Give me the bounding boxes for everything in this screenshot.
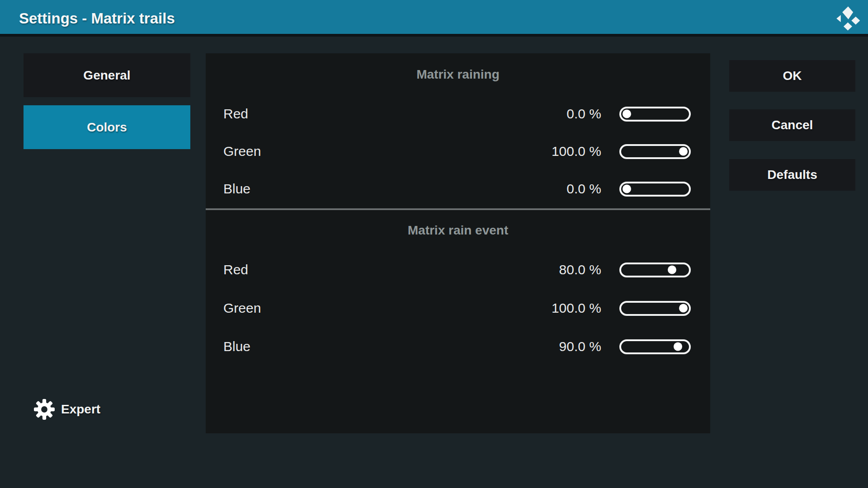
slider-knob[interactable] <box>679 147 688 156</box>
setting-value: 100.0 % <box>552 300 601 316</box>
ok-button[interactable]: OK <box>729 60 855 92</box>
setting-row-raining-green[interactable]: Green 100.0 % <box>206 142 710 160</box>
setting-row-event-red[interactable]: Red 80.0 % <box>206 261 710 279</box>
sidebar-item-general[interactable]: General <box>24 53 190 97</box>
green-slider[interactable] <box>619 301 691 316</box>
blue-slider[interactable] <box>619 182 691 197</box>
section-divider <box>206 208 710 210</box>
defaults-button[interactable]: Defaults <box>729 159 855 191</box>
setting-value: 100.0 % <box>552 144 601 159</box>
slider-knob[interactable] <box>623 110 631 118</box>
slider-knob[interactable] <box>674 343 682 351</box>
settings-panel: Matrix raining Red 0.0 % Green 100.0 % B… <box>206 53 710 433</box>
setting-row-event-green[interactable]: Green 100.0 % <box>206 299 710 317</box>
button-label: Defaults <box>767 168 817 182</box>
setting-value: 0.0 % <box>566 106 601 122</box>
settings-level-toggle[interactable]: Expert <box>34 399 100 420</box>
setting-value: 90.0 % <box>559 339 601 354</box>
setting-row-event-blue[interactable]: Blue 90.0 % <box>206 338 710 356</box>
setting-label: Green <box>223 300 261 316</box>
dialog-header: Settings - Matrix trails <box>0 0 868 37</box>
green-slider[interactable] <box>619 144 691 159</box>
cancel-button[interactable]: Cancel <box>729 109 855 141</box>
button-label: Cancel <box>772 118 813 132</box>
red-slider[interactable] <box>619 263 691 277</box>
setting-label: Green <box>223 144 261 159</box>
setting-label: Red <box>223 106 248 122</box>
button-label: OK <box>783 69 802 83</box>
setting-label: Red <box>223 262 248 277</box>
sidebar-item-colors[interactable]: Colors <box>24 105 190 149</box>
setting-row-raining-blue[interactable]: Blue 0.0 % <box>206 180 710 198</box>
slider-knob[interactable] <box>668 266 676 274</box>
gear-icon <box>34 399 55 420</box>
red-slider[interactable] <box>619 107 691 122</box>
setting-value: 0.0 % <box>566 181 601 197</box>
slider-knob[interactable] <box>623 185 631 193</box>
kodi-logo-icon <box>835 4 861 33</box>
settings-level-label: Expert <box>61 402 100 417</box>
section-title-matrix-rain-event: Matrix rain event <box>206 221 710 239</box>
section-title-matrix-raining: Matrix raining <box>206 66 710 84</box>
setting-label: Blue <box>223 339 250 354</box>
setting-value: 80.0 % <box>559 262 601 277</box>
slider-knob[interactable] <box>679 304 688 313</box>
sidebar-item-label: Colors <box>87 120 127 135</box>
sidebar-item-label: General <box>83 68 130 83</box>
dialog-title: Settings - Matrix trails <box>19 0 175 37</box>
setting-row-raining-red[interactable]: Red 0.0 % <box>206 105 710 123</box>
setting-label: Blue <box>223 181 250 197</box>
blue-slider[interactable] <box>619 339 691 354</box>
